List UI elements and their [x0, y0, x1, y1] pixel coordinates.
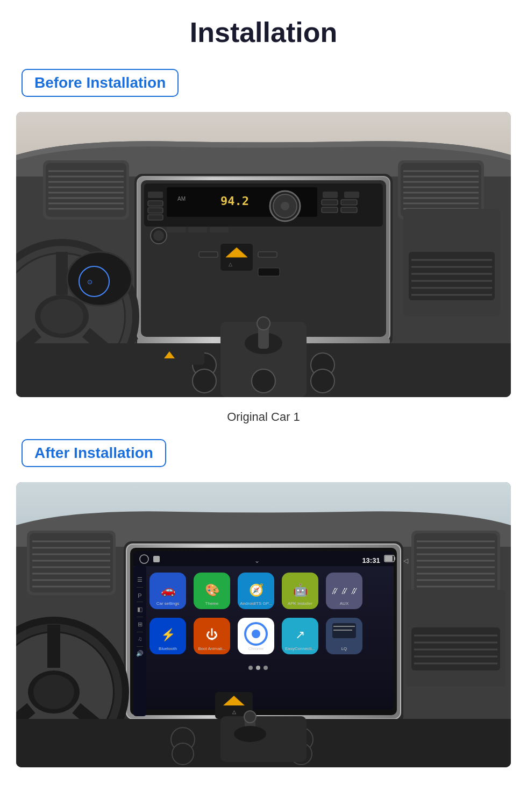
- svg-rect-29: [148, 192, 163, 198]
- svg-rect-138: [137, 587, 143, 588]
- svg-text:☰: ☰: [137, 576, 143, 583]
- svg-rect-33: [323, 192, 338, 198]
- svg-rect-40: [322, 207, 338, 213]
- svg-point-79: [252, 369, 275, 393]
- svg-text:◁: ◁: [403, 557, 409, 564]
- svg-rect-52: [258, 268, 280, 276]
- svg-rect-34: [344, 192, 359, 198]
- svg-text:AUX: AUX: [340, 601, 349, 606]
- after-installation-image: ⌄ 13:31 ◁ 🚗 Car settings 🎨 Theme 🧭 Andro…: [16, 482, 511, 767]
- svg-text:🧭: 🧭: [249, 583, 264, 597]
- svg-rect-35: [148, 201, 163, 206]
- svg-text:EasyConnecti...: EasyConnecti...: [285, 646, 315, 651]
- svg-text:Car settings: Car settings: [156, 601, 180, 606]
- svg-point-81: [311, 369, 334, 393]
- svg-rect-140: [137, 602, 143, 602]
- svg-rect-50: [199, 252, 218, 257]
- svg-text:🔊: 🔊: [136, 649, 144, 657]
- svg-text:🎨: 🎨: [205, 583, 220, 597]
- svg-text:↗: ↗: [295, 628, 305, 641]
- page-title: Installation: [0, 0, 527, 59]
- svg-text:P: P: [138, 592, 141, 599]
- svg-text:APK Installer: APK Installer: [288, 601, 313, 606]
- svg-point-194: [244, 711, 256, 723]
- svg-text:🚗: 🚗: [161, 583, 176, 597]
- svg-point-46: [153, 230, 164, 241]
- svg-text:Chrome: Chrome: [248, 646, 264, 651]
- svg-text:Bluetooth: Bluetooth: [159, 646, 177, 651]
- before-image-caption: Original Car 1: [227, 410, 300, 424]
- svg-point-195: [234, 726, 266, 742]
- svg-text:♫: ♫: [138, 636, 142, 642]
- svg-rect-98: [394, 557, 395, 560]
- svg-rect-31: [188, 227, 207, 232]
- svg-rect-51: [258, 252, 277, 257]
- svg-rect-38: [322, 200, 338, 205]
- svg-text:⚡: ⚡: [161, 627, 176, 642]
- svg-text:◧: ◧: [137, 606, 143, 612]
- svg-text:△: △: [229, 262, 232, 267]
- svg-point-123: [252, 630, 260, 638]
- svg-text:⏻: ⏻: [206, 628, 218, 641]
- svg-text:△: △: [232, 709, 236, 715]
- svg-text:LQ: LQ: [341, 646, 347, 651]
- svg-text:AM: AM: [177, 196, 186, 202]
- svg-rect-32: [210, 227, 229, 232]
- svg-rect-39: [341, 200, 357, 205]
- svg-point-44: [281, 202, 289, 210]
- before-installation-image: 94.2 AM △: [16, 112, 511, 397]
- svg-rect-91: [133, 562, 394, 566]
- svg-point-133: [248, 666, 253, 670]
- after-installation-label: After Installation: [34, 444, 153, 461]
- svg-text:⊞: ⊞: [138, 621, 143, 627]
- svg-point-135: [264, 666, 268, 670]
- before-installation-badge: Before Installation: [22, 69, 179, 97]
- svg-text:⌄: ⌄: [254, 557, 260, 564]
- svg-point-171: [33, 675, 74, 709]
- svg-rect-129: [332, 623, 356, 638]
- svg-point-190: [172, 743, 194, 765]
- after-installation-badge: After Installation: [22, 439, 166, 467]
- svg-rect-97: [385, 556, 393, 561]
- svg-point-57: [40, 299, 83, 334]
- svg-rect-41: [341, 207, 357, 213]
- svg-text:Theme: Theme: [205, 601, 219, 606]
- svg-rect-144: [137, 632, 143, 632]
- svg-rect-37: [148, 215, 163, 220]
- svg-point-134: [256, 666, 260, 670]
- svg-text:⫽⫽⫽: ⫽⫽⫽: [330, 585, 359, 596]
- svg-text:13:31: 13:31: [362, 556, 380, 564]
- svg-rect-30: [167, 227, 186, 232]
- before-installation-label: Before Installation: [34, 74, 166, 91]
- svg-text:94.2: 94.2: [220, 194, 249, 208]
- svg-text:🤖: 🤖: [293, 583, 308, 597]
- svg-point-80: [193, 369, 216, 393]
- svg-text:⊙: ⊙: [87, 278, 92, 286]
- svg-rect-146: [137, 646, 143, 647]
- svg-rect-192: [220, 716, 307, 762]
- svg-point-76: [257, 317, 270, 330]
- svg-rect-142: [137, 617, 143, 617]
- svg-text:AndroidITS GP...: AndroidITS GP...: [240, 601, 272, 606]
- svg-rect-36: [148, 208, 163, 213]
- svg-text:Boot Animati...: Boot Animati...: [198, 646, 226, 651]
- svg-point-61: [67, 252, 132, 306]
- svg-rect-93: [153, 556, 160, 562]
